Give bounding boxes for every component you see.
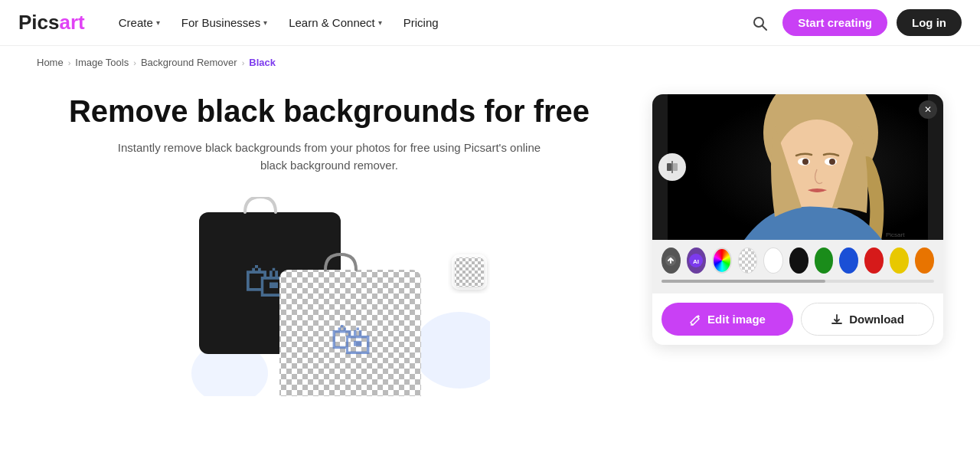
svg-line-1 xyxy=(763,26,766,30)
red-color-button[interactable] xyxy=(864,248,884,274)
chevron-down-icon: ▾ xyxy=(156,18,160,27)
svg-point-25 xyxy=(802,159,808,165)
download-button[interactable]: Download xyxy=(801,303,934,336)
page-subtitle: Instantly remove black backgrounds from … xyxy=(115,139,544,174)
pencil-icon xyxy=(689,313,701,326)
compare-icon xyxy=(665,160,679,174)
breadcrumb-image-tools[interactable]: Image Tools xyxy=(75,57,129,68)
white-color-button[interactable] xyxy=(763,248,782,274)
right-section: Picsart ✕ xyxy=(652,79,943,345)
svg-text:AI: AI xyxy=(693,258,699,265)
logo[interactable]: Picsart xyxy=(18,11,85,34)
black-color-button[interactable] xyxy=(789,248,808,274)
tool-widget: Picsart ✕ xyxy=(652,94,943,345)
search-icon xyxy=(752,15,767,31)
main-nav: Create ▾ For Businesses ▾ Learn & Connec… xyxy=(109,10,746,35)
widget-photo: Picsart xyxy=(668,94,928,240)
scroll-bar[interactable] xyxy=(662,280,934,283)
illustration: 🛍 🛍 xyxy=(168,197,490,404)
breadcrumb-sep-3: › xyxy=(242,58,245,67)
nav-for-businesses[interactable]: For Businesses ▾ xyxy=(172,10,276,35)
ai-button[interactable]: AI xyxy=(687,248,706,274)
header-right: Start creating Log in xyxy=(746,9,962,37)
breadcrumb: Home › Image Tools › Background Remover … xyxy=(0,46,980,79)
search-button[interactable] xyxy=(746,9,773,37)
upload-icon xyxy=(665,254,677,267)
tote-illustration: 🛍 🛍 xyxy=(168,197,490,396)
upload-button[interactable] xyxy=(662,248,681,274)
download-label: Download xyxy=(849,313,904,326)
breadcrumb-home[interactable]: Home xyxy=(37,57,64,68)
svg-rect-28 xyxy=(667,163,671,171)
svg-rect-17 xyxy=(455,257,484,287)
breadcrumb-current: Black xyxy=(249,57,276,68)
svg-text:🛍: 🛍 xyxy=(330,316,372,363)
svg-text:Picsart: Picsart xyxy=(886,231,905,238)
start-creating-button[interactable]: Start creating xyxy=(782,9,887,36)
edit-image-button[interactable]: Edit image xyxy=(662,303,793,336)
nav-create[interactable]: Create ▾ xyxy=(109,10,169,35)
close-button[interactable]: ✕ xyxy=(919,100,937,119)
left-section: Remove black backgrounds for free Instan… xyxy=(37,79,622,404)
color-picker-button[interactable] xyxy=(712,248,732,274)
chevron-down-icon: ▾ xyxy=(263,18,267,27)
transparent-button[interactable] xyxy=(738,248,757,274)
nav-learn-connect[interactable]: Learn & Connect ▾ xyxy=(279,10,391,35)
chevron-down-icon: ▾ xyxy=(378,18,382,27)
svg-point-26 xyxy=(829,159,835,165)
logo-art: art xyxy=(60,11,85,34)
widget-controls: AI xyxy=(652,240,943,293)
svg-point-2 xyxy=(413,312,490,389)
ai-icon: AI xyxy=(689,254,703,267)
page-title: Remove black backgrounds for free xyxy=(37,94,622,129)
breadcrumb-bg-remover[interactable]: Background Remover xyxy=(141,57,237,68)
download-icon xyxy=(831,313,843,326)
breadcrumb-sep-1: › xyxy=(68,58,71,67)
blue-color-button[interactable] xyxy=(839,248,858,274)
widget-image-area: Picsart ✕ xyxy=(652,94,943,240)
color-row: AI xyxy=(662,248,934,274)
login-button[interactable]: Log in xyxy=(897,9,962,36)
widget-actions: Edit image Download xyxy=(652,293,943,345)
header: Picsart Create ▾ For Businesses ▾ Learn … xyxy=(0,0,980,46)
logo-pics: Pics xyxy=(18,11,60,34)
breadcrumb-sep-2: › xyxy=(133,58,136,67)
svg-point-0 xyxy=(754,18,763,27)
green-color-button[interactable] xyxy=(815,248,834,274)
scroll-thumb xyxy=(662,280,825,283)
nav-pricing[interactable]: Pricing xyxy=(394,10,448,35)
orange-color-button[interactable] xyxy=(915,248,934,274)
yellow-color-button[interactable] xyxy=(890,248,909,274)
main-content: Remove black backgrounds for free Instan… xyxy=(0,79,980,404)
compare-button[interactable] xyxy=(658,153,686,181)
svg-rect-29 xyxy=(673,163,678,171)
edit-image-label: Edit image xyxy=(707,313,766,326)
